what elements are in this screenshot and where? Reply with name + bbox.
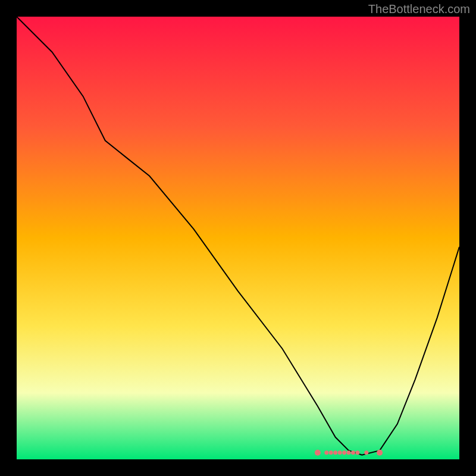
watermark-text: TheBottleneck.com <box>368 2 470 16</box>
marker-point <box>364 450 368 455</box>
marker-point <box>351 450 355 455</box>
marker-point <box>342 450 346 455</box>
marker-point <box>324 450 328 455</box>
marker-point <box>355 450 359 455</box>
marker-point <box>347 450 351 455</box>
marker-point <box>338 450 342 455</box>
marker-point <box>377 450 383 456</box>
gradient-background <box>17 17 459 459</box>
marker-point <box>333 450 337 455</box>
chart-plot <box>17 17 459 459</box>
marker-point <box>329 450 333 455</box>
marker-point <box>315 450 321 456</box>
